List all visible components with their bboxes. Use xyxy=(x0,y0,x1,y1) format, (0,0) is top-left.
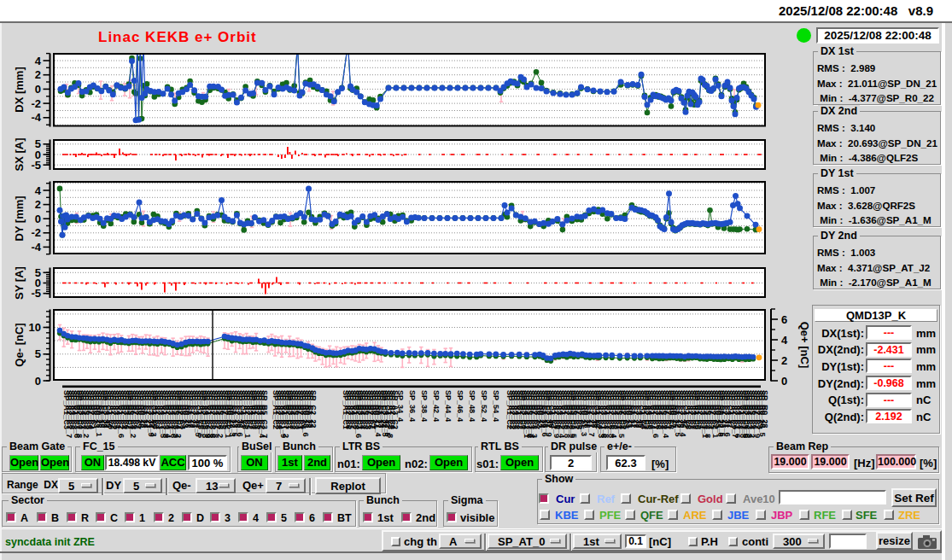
svg-text:DX [mm]: DX [mm] xyxy=(13,67,26,112)
svg-text:SY [A]: SY [A] xyxy=(13,266,26,300)
svg-text:DY [mm]: DY [mm] xyxy=(13,195,26,241)
svg-text:SP_34_4: SP_34_4 xyxy=(396,390,405,422)
svg-text:SP_B5_C3_7: SP_B5_C3_7 xyxy=(260,390,269,438)
svg-text:SP_C2_22: SP_C2_22 xyxy=(309,390,318,428)
svg-text:4: 4 xyxy=(35,55,42,67)
svg-text:0: 0 xyxy=(35,83,41,96)
svg-text:Qe- [nC]: Qe- [nC] xyxy=(13,323,26,366)
svg-text:2: 2 xyxy=(35,68,41,81)
svg-text:2: 2 xyxy=(781,354,787,367)
svg-text:-5: -5 xyxy=(31,287,41,300)
svg-text:Qe+ [nC]: Qe+ [nC] xyxy=(798,322,811,369)
svg-text:10: 10 xyxy=(29,321,41,334)
svg-text:2: 2 xyxy=(35,198,41,211)
svg-text:SP_36_4: SP_36_4 xyxy=(408,390,417,422)
svg-text:5: 5 xyxy=(35,347,41,360)
svg-text:SP_48_4: SP_48_4 xyxy=(468,390,476,422)
svg-text:-2: -2 xyxy=(31,97,41,110)
svg-text:SP_R0_28: SP_R0_28 xyxy=(761,390,769,428)
svg-text:SP_38_4: SP_38_4 xyxy=(420,390,429,422)
svg-text:-5: -5 xyxy=(31,159,41,172)
svg-text:SP_52_4: SP_52_4 xyxy=(480,390,488,422)
svg-text:-4: -4 xyxy=(31,111,41,124)
svg-text:0: 0 xyxy=(781,375,787,388)
svg-text:SP_46_4: SP_46_4 xyxy=(456,390,464,422)
svg-text:SP_44_4: SP_44_4 xyxy=(444,390,453,422)
svg-text:0: 0 xyxy=(35,213,41,225)
svg-text:4: 4 xyxy=(781,334,788,347)
svg-text:0: 0 xyxy=(35,375,41,388)
svg-text:4: 4 xyxy=(35,184,42,197)
svg-text:SP_54_4: SP_54_4 xyxy=(492,390,500,422)
svg-text:SP_42_4: SP_42_4 xyxy=(432,390,441,422)
svg-text:6: 6 xyxy=(781,313,787,326)
svg-text:SX [A]: SX [A] xyxy=(13,138,26,172)
svg-text:-2: -2 xyxy=(31,226,41,239)
svg-text:-4: -4 xyxy=(31,241,41,254)
